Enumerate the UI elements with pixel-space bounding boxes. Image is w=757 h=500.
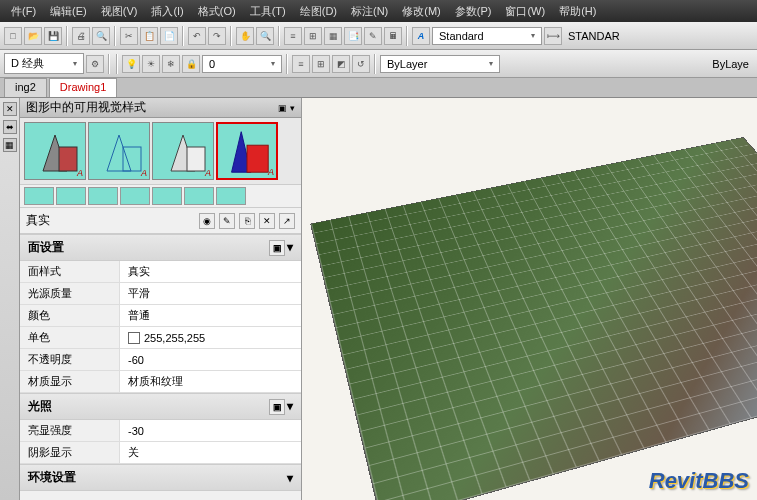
menu-view[interactable]: 视图(V) [94, 4, 145, 19]
new-icon[interactable]: □ [4, 27, 22, 45]
prop-light-quality-label: 光源质量 [20, 283, 120, 304]
pin-palette-icon[interactable]: ⬌ [3, 120, 17, 134]
prop-material-label: 材质显示 [20, 371, 120, 392]
paste-icon[interactable]: 📄 [160, 27, 178, 45]
dim-style-label: STANDAR [568, 30, 620, 42]
workspace-dropdown[interactable]: D 经典 [4, 53, 84, 74]
light-settings-icon[interactable]: ▣ [269, 399, 285, 415]
linetype-label: ByLaye [712, 58, 749, 70]
palettes-icon[interactable]: ▦ [3, 138, 17, 152]
calc-icon[interactable]: 🖩 [384, 27, 402, 45]
sheet-icon[interactable]: 📑 [344, 27, 362, 45]
terrain-surface [310, 137, 757, 500]
markup-icon[interactable]: ✎ [364, 27, 382, 45]
style-mini-6[interactable] [184, 187, 214, 205]
style-mini-1[interactable] [24, 187, 54, 205]
zoom-icon[interactable]: 🔍 [256, 27, 274, 45]
copy-icon[interactable]: 📋 [140, 27, 158, 45]
export-style-icon[interactable]: ↗ [279, 213, 295, 229]
layer-props-icon[interactable]: ≡ [292, 55, 310, 73]
redo-icon[interactable]: ↷ [208, 27, 226, 45]
close-palette-icon[interactable]: ✕ [3, 102, 17, 116]
cut-icon[interactable]: ✂ [120, 27, 138, 45]
tab-drawing1[interactable]: Drawing1 [49, 78, 117, 97]
collapse-icon[interactable]: ▣ ▾ [278, 103, 295, 113]
panel-title: 图形中的可用视觉样式 [26, 99, 146, 116]
copy-style-icon[interactable]: ⎘ [239, 213, 255, 229]
menu-help[interactable]: 帮助(H) [552, 4, 603, 19]
section-lighting-header[interactable]: 光照 ▣▾ [20, 394, 301, 420]
section-environment-header[interactable]: 环境设置 ▾ [20, 465, 301, 491]
section-face-header[interactable]: 面设置 ▣▾ [20, 235, 301, 261]
style-mini-7[interactable] [216, 187, 246, 205]
prop-shadow-label: 阴影显示 [20, 442, 120, 463]
menu-insert[interactable]: 插入(I) [144, 4, 190, 19]
menu-modify[interactable]: 修改(M) [395, 4, 448, 19]
chevron-down-icon[interactable]: ▾ [287, 471, 293, 485]
menu-params[interactable]: 参数(P) [448, 4, 499, 19]
layer-prev-icon[interactable]: ↺ [352, 55, 370, 73]
open-icon[interactable]: 📂 [24, 27, 42, 45]
style-thumb-realistic[interactable]: A [216, 122, 278, 180]
sun-icon[interactable]: ☀ [142, 55, 160, 73]
freeze-icon[interactable]: ❄ [162, 55, 180, 73]
save-icon[interactable]: 💾 [44, 27, 62, 45]
section-lighting: 光照 ▣▾ 亮显强度-30 阴影显示关 [20, 393, 301, 464]
designcenter-icon[interactable]: ⊞ [304, 27, 322, 45]
menu-format[interactable]: 格式(O) [191, 4, 243, 19]
style-mini-2[interactable] [56, 187, 86, 205]
delete-style-icon[interactable]: ✕ [259, 213, 275, 229]
style-thumb-hidden[interactable]: A [152, 122, 214, 180]
style-thumb-2dwireframe[interactable]: A [24, 122, 86, 180]
tool-palettes-icon[interactable]: ▦ [324, 27, 342, 45]
prop-highlight-value[interactable]: -30 [120, 420, 301, 441]
watermark: RevitBBS [649, 468, 749, 494]
style-mini-3[interactable] [88, 187, 118, 205]
new-style-icon[interactable]: ✎ [219, 213, 235, 229]
style-mini-5[interactable] [152, 187, 182, 205]
text-style-dropdown[interactable]: Standard [432, 27, 542, 45]
text-style-icon[interactable]: A [412, 27, 430, 45]
menu-file[interactable]: 件(F) [4, 4, 43, 19]
prop-highlight-label: 亮显强度 [20, 420, 120, 441]
tab-drawing2[interactable]: ing2 [4, 78, 47, 97]
props-icon[interactable]: ≡ [284, 27, 302, 45]
style-thumb-3dwireframe[interactable]: A [88, 122, 150, 180]
prop-light-quality-value[interactable]: 平滑 [120, 283, 301, 304]
pan-icon[interactable]: ✋ [236, 27, 254, 45]
prop-opacity-value[interactable]: -60 [120, 349, 301, 370]
dim-style-icon[interactable]: ⟼ [544, 27, 562, 45]
visual-styles-panel: 图形中的可用视觉样式 ▣ ▾ A A A A [20, 98, 302, 500]
prop-color-value[interactable]: 普通 [120, 305, 301, 326]
lock-icon[interactable]: 🔒 [182, 55, 200, 73]
prop-opacity-label: 不透明度 [20, 349, 120, 370]
chevron-down-icon[interactable]: ▾ [287, 240, 293, 256]
menu-bar: 件(F) 编辑(E) 视图(V) 插入(I) 格式(O) 工具(T) 绘图(D)… [0, 0, 757, 22]
plot-icon[interactable]: 🖨 [72, 27, 90, 45]
layer-iso-icon[interactable]: ◩ [332, 55, 350, 73]
undo-icon[interactable]: ↶ [188, 27, 206, 45]
apply-style-icon[interactable]: ◉ [199, 213, 215, 229]
menu-tools[interactable]: 工具(T) [243, 4, 293, 19]
menu-edit[interactable]: 编辑(E) [43, 4, 94, 19]
menu-dimension[interactable]: 标注(N) [344, 4, 395, 19]
prop-material-value[interactable]: 材质和纹理 [120, 371, 301, 392]
style-mini-4[interactable] [120, 187, 150, 205]
style-gallery: A A A A [20, 118, 301, 185]
palette-strip: ✕ ⬌ ▦ 视觉样式管理器 [0, 98, 20, 500]
bylayer-dropdown[interactable]: ByLayer [380, 55, 500, 73]
drawing-viewport[interactable]: RevitBBS [302, 98, 757, 500]
prop-shadow-value[interactable]: 关 [120, 442, 301, 463]
prop-face-style-value[interactable]: 真实 [120, 261, 301, 282]
prop-color-label: 颜色 [20, 305, 120, 326]
prop-monochrome-value[interactable]: 255,255,255 [120, 327, 301, 348]
menu-window[interactable]: 窗口(W) [498, 4, 552, 19]
layer-dropdown[interactable]: 0 [202, 55, 282, 73]
light-icon[interactable]: 💡 [122, 55, 140, 73]
layer-state-icon[interactable]: ⊞ [312, 55, 330, 73]
preview-icon[interactable]: 🔍 [92, 27, 110, 45]
ws-settings-icon[interactable]: ⚙ [86, 55, 104, 73]
chevron-down-icon[interactable]: ▾ [287, 399, 293, 415]
menu-draw[interactable]: 绘图(D) [293, 4, 344, 19]
face-settings-icon[interactable]: ▣ [269, 240, 285, 256]
